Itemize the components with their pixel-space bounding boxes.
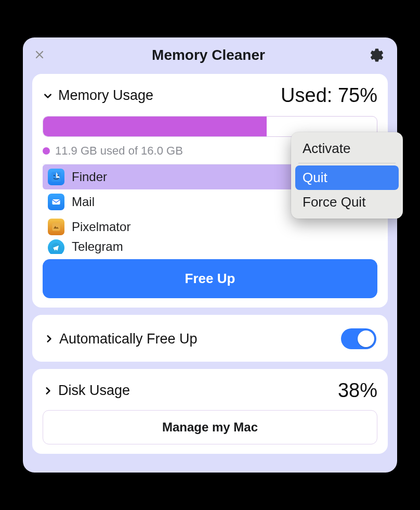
menu-item-activate[interactable]: Activate — [295, 136, 399, 161]
mail-icon — [48, 194, 64, 210]
context-menu: Activate Quit Force Quit — [291, 132, 403, 219]
titlebar: Memory Cleaner — [23, 37, 397, 71]
auto-free-up-card: Automatically Free Up — [32, 315, 388, 362]
memory-section-title: Memory Usage — [58, 87, 153, 104]
menu-item-force-quit[interactable]: Force Quit — [295, 190, 399, 214]
disk-section-title: Disk Usage — [58, 382, 130, 399]
app-row-telegram[interactable]: Telegram — [43, 239, 377, 254]
pixelmator-icon — [48, 219, 64, 235]
gear-icon[interactable] — [369, 47, 385, 63]
app-label: Telegram — [72, 239, 123, 254]
close-icon[interactable] — [35, 49, 48, 61]
app-label: Pixelmator — [72, 220, 130, 234]
free-up-button[interactable]: Free Up — [43, 259, 377, 298]
app-label: Finder — [72, 170, 107, 184]
chevron-right-icon — [44, 334, 54, 344]
chevron-right-icon — [43, 386, 53, 396]
usage-dot-icon — [43, 147, 50, 155]
svg-point-2 — [57, 175, 58, 176]
manage-my-mac-button[interactable]: Manage my Mac — [43, 410, 377, 444]
auto-free-up-toggle[interactable] — [341, 328, 376, 349]
chevron-down-icon — [43, 91, 53, 101]
svg-rect-3 — [52, 199, 60, 205]
svg-point-1 — [54, 175, 55, 176]
memory-section-header[interactable]: Memory Usage Used: 75% — [43, 84, 377, 107]
app-title: Memory Cleaner — [48, 47, 369, 63]
menu-separator — [298, 163, 396, 163]
auto-free-up-label: Automatically Free Up — [59, 331, 198, 347]
disk-section-header[interactable]: Disk Usage 38% — [43, 379, 377, 402]
app-window: Memory Cleaner Memory Usage Used: 75% 11… — [23, 37, 397, 473]
svg-rect-4 — [52, 223, 60, 231]
finder-icon — [48, 169, 64, 185]
memory-progress-fill — [43, 117, 267, 136]
toggle-knob — [358, 330, 374, 347]
telegram-icon — [48, 239, 64, 254]
menu-item-quit[interactable]: Quit — [295, 165, 399, 190]
memory-usage-detail: 11.9 GB used of 16.0 GB — [55, 144, 183, 158]
disk-percent-label: 38% — [338, 379, 377, 402]
app-label: Mail — [72, 195, 95, 209]
auto-section-header[interactable]: Automatically Free Up — [44, 331, 198, 347]
disk-usage-card: Disk Usage 38% Manage my Mac — [32, 369, 388, 454]
memory-used-label: Used: 75% — [281, 84, 377, 107]
